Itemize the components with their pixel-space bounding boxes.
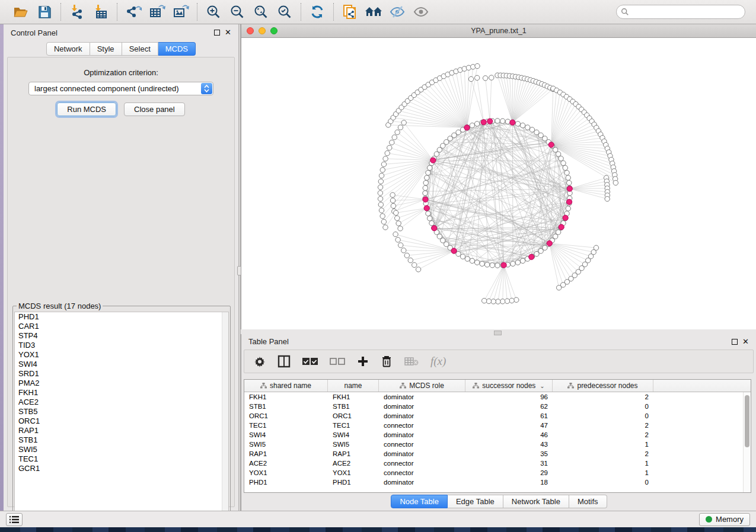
column-header-mcds-role[interactable]: MCDS role: [379, 380, 465, 392]
delete-column-icon[interactable]: [381, 355, 393, 368]
select-stepper-icon: [201, 83, 212, 94]
tab-select[interactable]: Select: [122, 42, 158, 56]
float-table-panel-icon[interactable]: [732, 339, 738, 345]
close-table-panel-icon[interactable]: ✕: [742, 339, 749, 345]
list-item[interactable]: PMA2: [15, 379, 228, 388]
network-canvas[interactable]: [241, 38, 756, 329]
toolbar-separator: [117, 3, 117, 21]
show-all-icon[interactable]: [411, 3, 431, 21]
tab-motifs[interactable]: Motifs: [569, 495, 607, 508]
criterion-select[interactable]: largest connected component (undirected): [28, 82, 213, 95]
split-column-icon[interactable]: [277, 355, 291, 368]
list-item[interactable]: FKH1: [15, 388, 228, 398]
table-panel: Table Panel ✕ f(x): [241, 334, 756, 511]
import-table-icon[interactable]: [91, 3, 111, 21]
table-row[interactable]: ACE2ACE2connector311: [244, 459, 751, 468]
mcds-result-list: PHD1 CAR1 STP4 TID3 YOX1 SWI4 SRD1 PMA2 …: [14, 312, 229, 524]
network-titlebar[interactable]: YPA_prune.txt_1: [241, 24, 756, 38]
copy-network-icon[interactable]: [340, 3, 360, 21]
mcds-list-scrollbar[interactable]: [222, 312, 228, 523]
tab-network-table[interactable]: Network Table: [503, 495, 569, 508]
control-panel-tabs: Network Style Select MCDS: [4, 42, 238, 56]
export-table-icon[interactable]: [147, 3, 167, 21]
network-graph[interactable]: [241, 38, 756, 329]
table-scrollbar[interactable]: [743, 392, 751, 493]
import-network-icon[interactable]: [67, 3, 87, 21]
select-all-checkboxes-icon[interactable]: [302, 357, 318, 366]
list-item[interactable]: SWI5: [15, 445, 228, 454]
memory-button[interactable]: Memory: [699, 513, 750, 526]
table-row[interactable]: TEC1TEC1connector472: [244, 421, 751, 430]
deselect-all-checkboxes-icon[interactable]: [330, 357, 345, 366]
list-item[interactable]: CAR1: [15, 322, 228, 331]
close-panel-icon[interactable]: ✕: [225, 30, 231, 36]
open-file-icon[interactable]: [11, 3, 31, 21]
toolbar-separator: [301, 3, 301, 21]
delete-table-icon[interactable]: [404, 357, 419, 366]
table-row[interactable]: STB1STB1dominator620: [244, 402, 751, 411]
column-header-shared-name[interactable]: shared name: [244, 380, 328, 392]
table-toolbar: f(x): [244, 350, 754, 373]
tab-style[interactable]: Style: [90, 42, 122, 56]
save-session-icon[interactable]: [34, 3, 55, 21]
table-row[interactable]: FKH1FKH1dominator962: [244, 392, 751, 402]
zoom-out-icon[interactable]: [227, 3, 247, 21]
horizontal-splitter-grip[interactable]: [494, 331, 502, 335]
memory-label: Memory: [716, 515, 744, 524]
run-mcds-button[interactable]: Run MCDS: [57, 102, 116, 116]
tab-edge-table[interactable]: Edge Table: [448, 495, 503, 508]
zoom-fit-icon[interactable]: [251, 3, 271, 21]
list-item[interactable]: SRD1: [15, 369, 228, 379]
status-bar: Memory: [0, 511, 756, 527]
console-button[interactable]: [6, 513, 23, 526]
table-settings-icon[interactable]: [254, 355, 266, 367]
list-item[interactable]: STP4: [15, 331, 228, 341]
sort-indicator-icon: ⌄: [540, 383, 544, 389]
table-row[interactable]: YOX1YOX1connector291: [244, 468, 751, 477]
tab-mcds[interactable]: MCDS: [158, 42, 196, 56]
mcds-result-group: MCDS result (17 nodes) PHD1 CAR1 STP4 TI…: [12, 302, 231, 521]
zoom-in-icon[interactable]: [203, 3, 224, 21]
table-row[interactable]: RAP1RAP1dominator352: [244, 449, 751, 459]
network-title: YPA_prune.txt_1: [241, 27, 756, 35]
list-item[interactable]: ACE2: [15, 398, 228, 407]
float-panel-icon[interactable]: [214, 30, 220, 36]
criterion-selected-value: largest connected component (undirected): [34, 84, 179, 93]
export-image-icon[interactable]: [171, 3, 191, 21]
refresh-view-icon[interactable]: [307, 3, 327, 21]
close-panel-button[interactable]: Close panel: [124, 102, 185, 116]
control-panel: Control Panel ✕ Network Style Select MCD…: [4, 24, 238, 511]
table-row[interactable]: SWI4SWI4dominator462: [244, 430, 751, 440]
table-row[interactable]: SWI5SWI5connector431: [244, 440, 751, 449]
search-input[interactable]: [616, 5, 745, 19]
zoom-selected-icon[interactable]: [275, 3, 295, 21]
export-network-icon[interactable]: [123, 3, 143, 21]
column-header-successor-nodes[interactable]: successor nodes ⌄: [465, 380, 553, 392]
hide-selected-icon[interactable]: [387, 3, 407, 21]
toolbar-separator: [197, 3, 197, 21]
node-table: shared name name MCDS role successor nod…: [244, 379, 751, 493]
list-item[interactable]: TID3: [15, 341, 228, 350]
list-item[interactable]: STB5: [15, 407, 228, 416]
search-field-container: [616, 5, 745, 19]
list-item[interactable]: PHD1: [15, 312, 228, 322]
list-item[interactable]: TEC1: [15, 454, 228, 464]
function-builder-icon[interactable]: f(x): [430, 355, 446, 368]
add-column-icon[interactable]: [357, 355, 369, 367]
list-item[interactable]: GCR1: [15, 464, 228, 473]
table-row[interactable]: ORC1ORC1dominator610: [244, 411, 751, 421]
table-panel-title: Table Panel: [248, 337, 289, 346]
table-scrollbar-thumb[interactable]: [745, 395, 749, 447]
list-item[interactable]: STB1: [15, 435, 228, 445]
tab-network[interactable]: Network: [46, 42, 90, 56]
column-header-name[interactable]: name: [328, 380, 379, 392]
table-row[interactable]: PHD1PHD1dominator180: [244, 477, 751, 487]
list-item[interactable]: RAP1: [15, 426, 228, 435]
first-neighbors-icon[interactable]: [363, 3, 384, 21]
tab-node-table[interactable]: Node Table: [391, 495, 448, 508]
column-header-predecessor-nodes[interactable]: predecessor nodes: [553, 380, 653, 392]
list-item[interactable]: SWI4: [15, 360, 228, 369]
list-item[interactable]: ORC1: [15, 416, 228, 426]
toolbar-separator: [333, 3, 334, 21]
list-item[interactable]: YOX1: [15, 350, 228, 360]
